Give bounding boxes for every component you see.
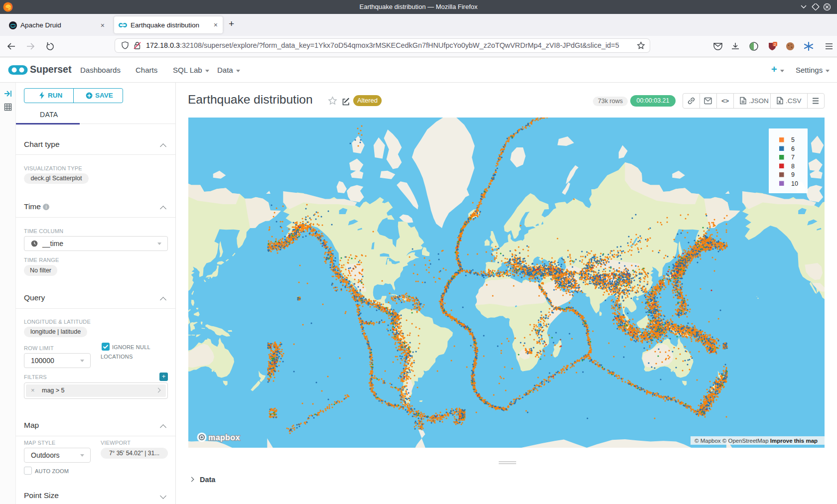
svg-text:10: 10 xyxy=(791,180,798,187)
svg-text:8: 8 xyxy=(791,163,795,170)
svg-text:6: 6 xyxy=(791,145,795,152)
svg-text:© Mapbox © OpenStreetMap Impro: © Mapbox © OpenStreetMap Improve this ma… xyxy=(695,438,818,444)
svg-text:mapbox: mapbox xyxy=(208,433,240,442)
svg-text:9: 9 xyxy=(791,171,795,178)
svg-text:5: 5 xyxy=(791,136,795,143)
svg-text:2: 2 xyxy=(774,42,776,47)
svg-text:7: 7 xyxy=(791,154,795,161)
